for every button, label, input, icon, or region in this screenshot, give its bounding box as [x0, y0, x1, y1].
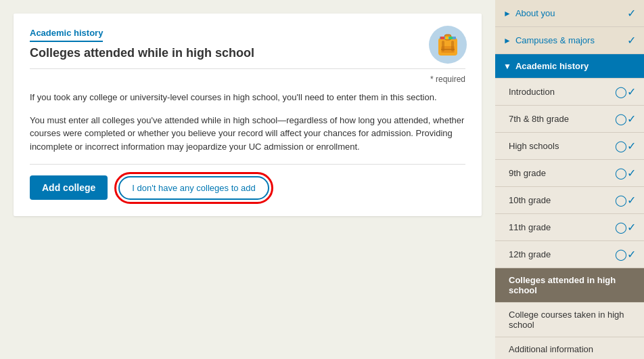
sidebar-colleges-hs-label: Colleges attended in high school	[509, 275, 636, 295]
sidebar-item-12th-grade[interactable]: 12th grade ◯✓	[495, 241, 644, 268]
sidebar-high-schools-label: High schools	[509, 141, 615, 151]
sidebar-item-colleges-high-school[interactable]: Colleges attended in high school	[495, 268, 644, 303]
button-row: Add college I don't have any colleges to…	[30, 175, 465, 200]
sidebar-10th-label: 10th grade	[509, 195, 615, 205]
sidebar-item-campuses-majors[interactable]: ► Campuses & majors ✓	[495, 27, 644, 54]
svg-rect-10	[449, 37, 453, 39]
check-circle-icon: ◯✓	[615, 167, 636, 180]
sidebar-12th-label: 12th grade	[509, 249, 615, 259]
svg-rect-8	[440, 37, 444, 39]
sidebar: ► About you ✓ ► Campuses & majors ✓ ▼ Ac…	[495, 0, 644, 359]
check-circle-icon: ◯✓	[615, 194, 636, 207]
sidebar-item-7th-8th[interactable]: 7th & 8th grade ◯✓	[495, 106, 644, 133]
backpack-icon	[428, 24, 468, 67]
sidebar-11th-label: 11th grade	[509, 222, 615, 232]
sidebar-item-10th-grade[interactable]: 10th grade ◯✓	[495, 187, 644, 214]
sidebar-college-courses-label: College courses taken in high school	[509, 310, 636, 330]
svg-rect-9	[445, 37, 448, 39]
sidebar-item-about-you[interactable]: ► About you ✓	[495, 0, 644, 27]
sidebar-academic-history-label: Academic history	[515, 61, 636, 71]
sidebar-item-introduction[interactable]: Introduction ◯✓	[495, 79, 644, 106]
sidebar-about-you-label: About you	[515, 8, 627, 18]
required-label: * required	[30, 68, 465, 84]
check-circle-icon: ✓	[627, 7, 636, 20]
sidebar-additional-info-label: Additional information	[509, 344, 636, 354]
add-college-button[interactable]: Add college	[30, 175, 108, 200]
content-card: Academic history Colleges attended while…	[14, 14, 482, 216]
sidebar-item-additional-info[interactable]: Additional information	[495, 337, 644, 359]
check-circle-icon: ◯✓	[615, 85, 636, 98]
info-paragraph-1: If you took any college or university-le…	[30, 91, 465, 104]
section-label: Academic history	[30, 28, 103, 42]
sidebar-campuses-label: Campuses & majors	[515, 35, 627, 45]
sidebar-introduction-label: Introduction	[509, 87, 615, 97]
no-colleges-button[interactable]: I don't have any colleges to add	[118, 176, 269, 200]
chevron-right-icon: ►	[503, 36, 511, 45]
sidebar-7th8th-label: 7th & 8th grade	[509, 114, 615, 124]
info-paragraph-2: You must enter all colleges you've atten…	[30, 114, 465, 154]
divider	[30, 164, 465, 165]
sidebar-item-college-courses[interactable]: College courses taken in high school	[495, 303, 644, 337]
sidebar-9th-label: 9th grade	[509, 168, 615, 178]
main-content: Academic history Colleges attended while…	[0, 0, 495, 359]
svg-rect-5	[442, 41, 444, 51]
check-circle-icon: ◯✓	[615, 140, 636, 152]
chevron-right-icon: ►	[503, 9, 511, 18]
svg-rect-6	[451, 41, 454, 51]
sidebar-item-high-schools[interactable]: High schools ◯✓	[495, 133, 644, 160]
chevron-down-icon: ▼	[503, 62, 511, 71]
check-circle-icon: ◯✓	[615, 112, 636, 125]
check-circle-icon: ✓	[627, 34, 636, 47]
sidebar-item-9th-grade[interactable]: 9th grade ◯✓	[495, 160, 644, 187]
sidebar-item-11th-grade[interactable]: 11th grade ◯✓	[495, 214, 644, 241]
check-circle-icon: ◯✓	[615, 221, 636, 234]
check-circle-icon: ◯✓	[615, 248, 636, 261]
sidebar-item-academic-history[interactable]: ▼ Academic history	[495, 54, 644, 79]
page-title: Colleges attended while in high school	[30, 46, 465, 60]
